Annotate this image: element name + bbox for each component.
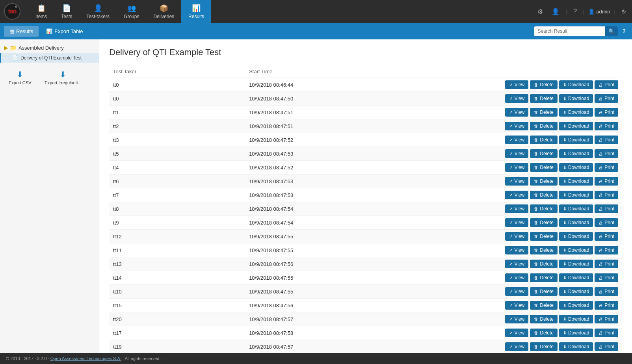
view-button[interactable]: ↗ View: [505, 94, 528, 103]
delete-button[interactable]: 🗑 Delete: [530, 342, 558, 351]
download-button[interactable]: ⬇ Download: [559, 218, 593, 227]
delete-button[interactable]: 🗑 Delete: [530, 191, 558, 199]
view-button[interactable]: ↗ View: [505, 80, 528, 89]
download-button[interactable]: ⬇ Download: [559, 260, 593, 268]
print-button[interactable]: 🖨 Print: [595, 301, 618, 310]
footer-company-link[interactable]: Open Assessment Technologies S.A.: [50, 356, 121, 361]
view-button[interactable]: ↗ View: [505, 108, 528, 117]
print-button[interactable]: 🖨 Print: [595, 136, 618, 144]
download-button[interactable]: ⬇ Download: [559, 94, 593, 103]
download-button[interactable]: ⬇ Download: [559, 246, 593, 254]
view-button[interactable]: ↗ View: [505, 163, 528, 172]
delete-button[interactable]: 🗑 Delete: [530, 149, 558, 158]
view-button[interactable]: ↗ View: [505, 246, 528, 254]
delete-button[interactable]: 🗑 Delete: [530, 122, 558, 130]
delete-button[interactable]: 🗑 Delete: [530, 246, 558, 254]
view-button[interactable]: ↗ View: [505, 287, 528, 296]
delete-button[interactable]: 🗑 Delete: [530, 273, 558, 282]
tab-results[interactable]: ▦ Results: [4, 26, 39, 37]
view-button[interactable]: ↗ View: [505, 136, 528, 144]
settings-icon[interactable]: ⚙: [535, 6, 545, 17]
view-button[interactable]: ↗ View: [505, 191, 528, 199]
delete-button[interactable]: 🗑 Delete: [530, 94, 558, 103]
download-button[interactable]: ⬇ Download: [559, 177, 593, 186]
print-button[interactable]: 🖨 Print: [595, 315, 618, 323]
search-button[interactable]: 🔍: [605, 26, 618, 36]
logo[interactable]: tao ⚙: [4, 3, 20, 20]
nav-item-results[interactable]: 📊Results: [181, 0, 211, 23]
view-button[interactable]: ↗ View: [505, 232, 528, 241]
print-button[interactable]: 🖨 Print: [595, 80, 618, 89]
view-button[interactable]: ↗ View: [505, 260, 528, 268]
sidebar-item-delivery[interactable]: 📄 Delivery of QTI Example Test: [0, 53, 99, 63]
download-button[interactable]: ⬇ Download: [559, 122, 593, 130]
download-button[interactable]: ⬇ Download: [559, 315, 593, 323]
print-button[interactable]: 🖨 Print: [595, 260, 618, 268]
download-button[interactable]: ⬇ Download: [559, 287, 593, 296]
view-button[interactable]: ↗ View: [505, 177, 528, 186]
nav-item-groups[interactable]: 👥Groups: [117, 0, 146, 23]
download-button[interactable]: ⬇ Download: [559, 191, 593, 199]
download-button[interactable]: ⬇ Download: [559, 163, 593, 172]
tab-export-table[interactable]: 📊 Export Table: [41, 26, 88, 37]
sub-nav-help[interactable]: ?: [620, 28, 628, 34]
download-button[interactable]: ⬇ Download: [559, 149, 593, 158]
delete-button[interactable]: 🗑 Delete: [530, 108, 558, 117]
print-button[interactable]: 🖨 Print: [595, 342, 618, 351]
download-button[interactable]: ⬇ Download: [559, 136, 593, 144]
download-button[interactable]: ⬇ Download: [559, 273, 593, 282]
view-button[interactable]: ↗ View: [505, 218, 528, 227]
print-button[interactable]: 🖨 Print: [595, 273, 618, 282]
print-button[interactable]: 🖨 Print: [595, 246, 618, 254]
print-button[interactable]: 🖨 Print: [595, 94, 618, 103]
download-button[interactable]: ⬇ Download: [559, 108, 593, 117]
view-button[interactable]: ↗ View: [505, 273, 528, 282]
print-button[interactable]: 🖨 Print: [595, 287, 618, 296]
delete-button[interactable]: 🗑 Delete: [530, 315, 558, 323]
download-button[interactable]: ⬇ Download: [559, 232, 593, 241]
delete-button[interactable]: 🗑 Delete: [530, 260, 558, 268]
view-button[interactable]: ↗ View: [505, 122, 528, 130]
print-button[interactable]: 🖨 Print: [595, 122, 618, 130]
delete-button[interactable]: 🗑 Delete: [530, 232, 558, 241]
view-button[interactable]: ↗ View: [505, 315, 528, 323]
users-icon[interactable]: 👤: [549, 6, 562, 17]
print-button[interactable]: 🖨 Print: [595, 177, 618, 186]
download-button[interactable]: ⬇ Download: [559, 329, 593, 337]
nav-item-tests[interactable]: 📄Tests: [54, 0, 79, 23]
help-icon[interactable]: ?: [571, 6, 579, 17]
print-button[interactable]: 🖨 Print: [595, 163, 618, 172]
print-button[interactable]: 🖨 Print: [595, 108, 618, 117]
download-button[interactable]: ⬇ Download: [559, 204, 593, 213]
print-button[interactable]: 🖨 Print: [595, 218, 618, 227]
print-button[interactable]: 🖨 Print: [595, 329, 618, 337]
delete-button[interactable]: 🗑 Delete: [530, 218, 558, 227]
print-button[interactable]: 🖨 Print: [595, 232, 618, 241]
delete-button[interactable]: 🗑 Delete: [530, 163, 558, 172]
delete-button[interactable]: 🗑 Delete: [530, 204, 558, 213]
user-menu[interactable]: 👤 admin: [588, 9, 610, 15]
delete-button[interactable]: 🗑 Delete: [530, 301, 558, 310]
download-button[interactable]: ⬇ Download: [559, 342, 593, 351]
delete-button[interactable]: 🗑 Delete: [530, 329, 558, 337]
print-button[interactable]: 🖨 Print: [595, 191, 618, 199]
download-button[interactable]: ⬇ Download: [559, 301, 593, 310]
print-button[interactable]: 🖨 Print: [595, 204, 618, 213]
nav-item-deliveries[interactable]: 📦Deliveries: [146, 0, 181, 23]
search-input[interactable]: [534, 27, 605, 35]
print-button[interactable]: 🖨 Print: [595, 149, 618, 158]
view-button[interactable]: ↗ View: [505, 342, 528, 351]
logout-icon[interactable]: ⎋: [619, 6, 628, 17]
view-button[interactable]: ↗ View: [505, 149, 528, 158]
view-button[interactable]: ↗ View: [505, 329, 528, 337]
view-button[interactable]: ↗ View: [505, 204, 528, 213]
export-csv-button[interactable]: ⬇ Export CSV: [4, 67, 36, 88]
delete-button[interactable]: 🗑 Delete: [530, 136, 558, 144]
delete-button[interactable]: 🗑 Delete: [530, 80, 558, 89]
delete-button[interactable]: 🗑 Delete: [530, 287, 558, 296]
view-button[interactable]: ↗ View: [505, 301, 528, 310]
download-button[interactable]: ⬇ Download: [559, 80, 593, 89]
sidebar-folder-assembled[interactable]: ▶ 📁 Assembled Delivery: [0, 43, 99, 53]
nav-item-test-takers[interactable]: 👤Test-takers: [79, 0, 117, 23]
delete-button[interactable]: 🗑 Delete: [530, 177, 558, 186]
